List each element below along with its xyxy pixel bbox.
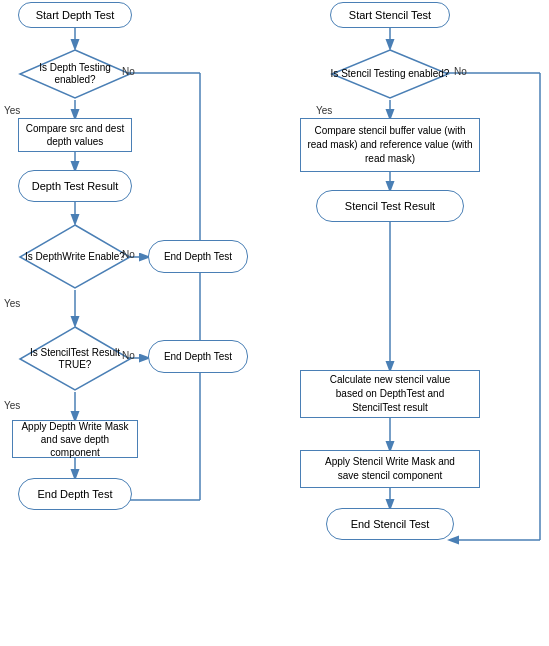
left-oval1: Depth Test Result [18,170,132,202]
left-diamond1-label: Is Depth Testing enabled? [18,48,132,100]
left-d3-yes: Yes [4,400,20,411]
left-diamond3-label: Is StencilTest Result TRUE? [18,325,132,392]
right-start: Start Stencil Test [330,2,450,28]
right-diamond1-label: Is Stencil Testing enabled? [330,48,450,100]
right-end1: End Stencil Test [326,508,454,540]
right-d1-yes: Yes [316,105,332,116]
left-d3-no: No [122,350,135,361]
left-end2: End Depth Test [148,340,248,373]
right-oval1: Stencil Test Result [316,190,464,222]
left-box1: Compare src and dest depth values [18,118,132,152]
right-box1: Compare stencil buffer value (with read … [300,118,480,172]
left-d2-no: No [122,249,135,260]
left-end3: End Depth Test [18,478,132,510]
left-start: Start Depth Test [18,2,132,28]
right-box3: Apply Stencil Write Mask and save stenci… [300,450,480,488]
right-box2: Calculate new stencil value based on Dep… [300,370,480,418]
left-box2: Apply Depth Write Mask and save depth co… [12,420,138,458]
right-d1-no: No [454,66,467,77]
left-d2-yes: Yes [4,298,20,309]
left-d1-yes: Yes [4,105,20,116]
left-diamond2-label: Is DepthWrite Enable? [18,223,132,290]
diagram: Start Depth Test Is Depth Testing enable… [0,0,549,646]
left-end1: End Depth Test [148,240,248,273]
left-d1-no: No [122,66,135,77]
